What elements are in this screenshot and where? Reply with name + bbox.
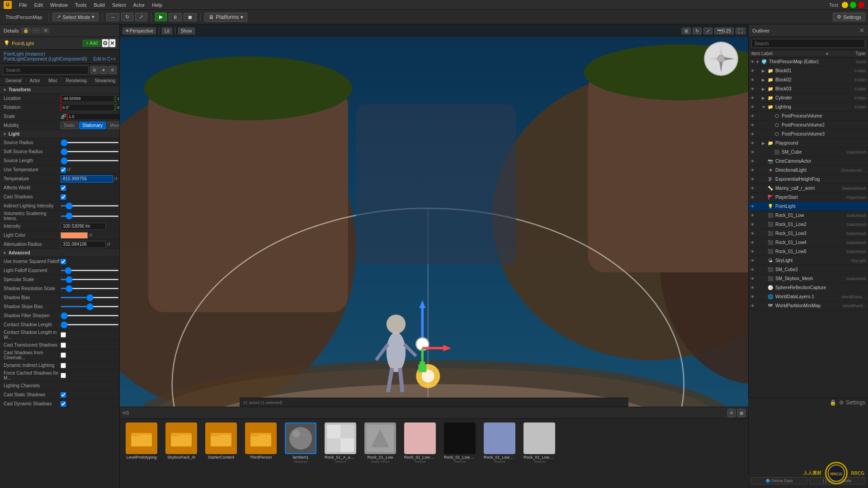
affects-world-checkbox[interactable] [61,185,66,191]
eye-toggle-icon[interactable]: 👁 [750,105,755,109]
lock-btn[interactable]: 🔒 [830,399,836,406]
eye-toggle-icon[interactable]: 👁 [750,60,755,64]
window-minimize[interactable] [842,2,848,8]
select-mode-btn[interactable]: ↗ Select Mode ▾ [52,13,99,21]
pl-more-btn[interactable]: ⚙ [102,39,109,47]
details-search-input[interactable] [3,66,89,75]
content-browser-item[interactable]: Rock_01_Low_Rock_01_A_Base_Color Texture [402,422,438,464]
menu-actor[interactable]: Actor [130,1,149,9]
eye-toggle-icon[interactable]: 👁 [750,141,755,145]
menu-help[interactable]: Help [148,1,166,9]
location-x-input[interactable] [61,95,114,102]
lit-btn[interactable]: Lit [162,28,172,34]
tree-arrow-icon[interactable]: ▶ [762,78,766,82]
rotation-y-input[interactable] [115,104,119,111]
tab-streaming[interactable]: Streaming [91,77,119,85]
tab-misc[interactable]: Misc [45,77,61,85]
tree-item[interactable]: 👁 ▶ 📁 Block01 Folder [749,66,868,75]
eye-toggle-icon[interactable]: 👁 [750,87,755,91]
menu-select[interactable]: Select [108,1,130,9]
tree-item[interactable]: 👁 ⬛ SM_Skybox_Mesh StaticMesh [749,274,868,283]
outliner-settings-btn[interactable]: ⚙ Settings [839,399,865,406]
tree-item[interactable]: 👁 🦴 Manny_calf_r_anim SkeletalMesh [749,184,868,193]
window-close[interactable] [858,2,864,8]
temperature-input[interactable] [61,175,113,183]
tree-item[interactable]: 👁 ☀ DirectionalLight DirectionalL... [749,166,868,175]
content-browser-item[interactable]: Rock_01_Low_Rock_01_A_Metallic Texture [442,422,478,464]
shadow-filter-slider[interactable] [61,315,119,316]
use-inverse-checkbox[interactable] [61,259,66,264]
source-radius-slider[interactable] [61,142,119,143]
pause-btn[interactable]: ⏸ [169,13,182,21]
content-browser-item[interactable]: Rock_01_A_ambient_occlusion Texture [322,422,359,464]
content-browser-item[interactable]: ThirdPerson [243,422,279,460]
breadcrumb-child[interactable]: PointLightComponent (LightComponent0) [4,56,87,61]
tree-item[interactable]: 👁 ⬛ Rock_01_Low2 StaticMesh [749,220,868,229]
eye-toggle-icon[interactable]: 👁 [750,150,755,155]
eye-toggle-icon[interactable]: 👁 [750,186,755,191]
tree-item[interactable]: 👁 🌫 ExponentialHeightFog [749,175,868,184]
mobility-static-btn[interactable]: Static [61,122,78,129]
tree-arrow-icon[interactable]: ▶ [762,96,766,100]
tab-general[interactable]: General [2,77,25,85]
cast-dynamic-checkbox[interactable] [61,401,66,407]
eye-toggle-icon[interactable]: 👁 [750,168,755,173]
eye-toggle-icon[interactable]: 👁 [750,132,755,136]
tree-item[interactable]: 👁 ⬛ Rock_01_Low3 StaticMesh [749,229,868,238]
rotate-btn[interactable]: ↻ [121,13,133,21]
eye-toggle-icon[interactable]: 👁 [750,258,755,263]
tree-item[interactable]: 👁 🚩 PlayerStart PlayerStart [749,193,868,202]
derive-data-btn[interactable]: 🔷 Derive Data [751,477,807,484]
tree-item[interactable]: 👁 🌐 WorldDataLayers-1 WorldDataL... [749,292,868,301]
location-y-input[interactable] [115,95,119,102]
settings-btn[interactable]: ⚙ Settings [833,13,865,21]
eye-toggle-icon[interactable]: 👁 [750,78,755,82]
eye-toggle-icon[interactable]: 👁 [750,96,755,100]
breadcrumb-parent[interactable]: PointLight (Instance) [4,52,45,56]
tree-arrow-icon[interactable]: ▶ [762,69,766,73]
intensity-input[interactable] [61,223,106,230]
eye-toggle-icon[interactable]: 👁 [750,249,755,254]
outliner-close-btn[interactable]: ✕ [859,27,864,34]
eye-toggle-icon[interactable]: 👁 [750,267,755,272]
content-browser-item[interactable]: SkyboxPack_III [163,422,199,460]
add-component-btn[interactable]: + Add [83,40,101,47]
eye-toggle-icon[interactable]: 👁 [750,195,755,200]
transform-section-header[interactable]: ▼ Transform [0,86,119,94]
temp-reset[interactable]: ↺ [114,176,118,181]
mobility-movable-btn[interactable]: Movable [107,122,119,129]
mobility-stationary-btn[interactable]: Stationary [79,122,106,129]
tree-item[interactable]: 👁 ⬛ Rock_01_Low4 StaticMesh [749,238,868,247]
tree-item[interactable]: 👁 ⬛ Rock_01_Low5 StaticMesh [749,247,868,256]
tree-item[interactable]: 👁 ⬛ Rock_01_Low StaticMesh [749,211,868,220]
tree-arrow-icon[interactable]: ▶ [762,87,766,91]
menu-file[interactable]: File [15,1,31,9]
eye-toggle-icon[interactable]: 👁 [750,304,755,308]
force-cached-checkbox[interactable] [61,373,66,378]
tree-item[interactable]: 👁 🗺 WorldPartitionMiniMap WorldPartit... [749,301,868,310]
eye-toggle-icon[interactable]: 👁 [750,123,755,127]
scale-x-input[interactable] [67,113,119,120]
rot-snap-btn[interactable]: ↻ [693,28,702,34]
content-browser-item[interactable]: Rock_01_Low_Rock_01_A_Normal Texture [481,422,518,464]
light-color-reset[interactable]: ↺ [89,233,92,238]
advanced-section-header[interactable]: ▼ Advanced [0,249,119,257]
pl-close-btn[interactable]: ✕ [109,39,116,47]
details-grid-icon[interactable]: ⊞ [90,66,99,74]
shadow-slope-slider[interactable] [61,306,119,307]
transform-btn[interactable]: ↔ [106,13,119,21]
content-browser-item[interactable]: Rock_01_Low Static Mesh [362,422,398,464]
content-browser-item[interactable]: LevelPrototyping [123,422,160,460]
attenuation-reset[interactable]: ↺ [107,242,110,247]
scale-lock-icon[interactable]: 🔗 [61,114,66,119]
dynamic-indirect-checkbox[interactable] [61,363,66,368]
eye-toggle-icon[interactable]: 👁 [750,231,755,236]
tree-item[interactable]: 👁 ▶ 📁 Block03 Folder [749,84,868,94]
eye-toggle-icon[interactable]: 👁 [750,222,755,227]
eye-toggle-icon[interactable]: 👁 [750,177,755,182]
tab-rendering[interactable]: Rendering [62,77,90,85]
outliner-search-input[interactable] [751,39,865,48]
tree-item[interactable]: 👁 ▶ 📁 Block02 Folder [749,75,868,84]
tree-item[interactable]: 👁 ▶ 📁 Cylinder Folder [749,94,868,103]
indirect-lighting-slider[interactable] [61,205,119,206]
